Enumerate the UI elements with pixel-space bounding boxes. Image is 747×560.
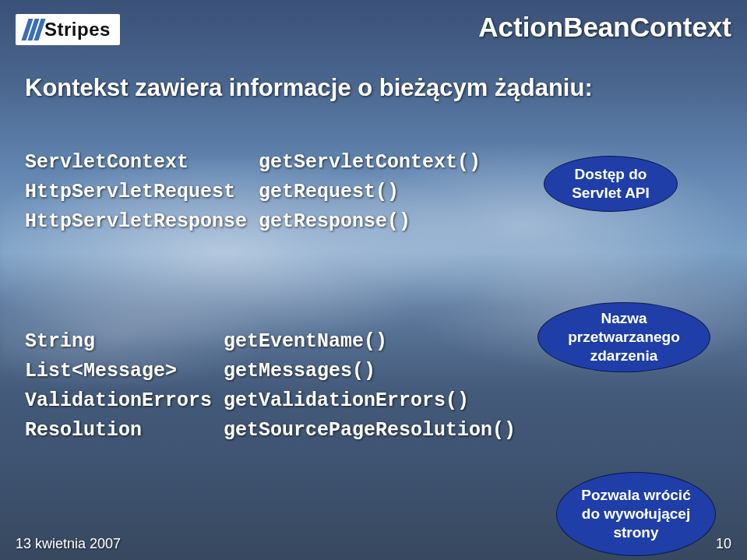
callout-servlet-api: Dostęp do Servlet API <box>544 156 678 212</box>
type-col: HttpServletResponse <box>25 210 247 233</box>
type-col: ServletContext <box>25 151 189 174</box>
callout-source-page: Pozwala wrócić do wywołującej strony <box>556 472 716 556</box>
method-col: getSourcePageResolution() <box>224 419 516 442</box>
code-block-servlet-api: ServletContext getServletContext() HttpS… <box>25 148 481 237</box>
footer-page-number: 10 <box>716 536 731 552</box>
code-block-other: String getEventName() List<Message> getM… <box>25 327 516 446</box>
callout-event-name: Nazwa przetwarzanego zdarzenia <box>537 302 710 372</box>
type-col: List<Message> <box>25 360 177 382</box>
callout-text: Nazwa przetwarzanego zdarzenia <box>557 309 691 365</box>
slide-subtitle: Kontekst zawiera informacje o bieżącym ż… <box>25 74 593 102</box>
callout-text: Dostęp do Servlet API <box>563 165 658 203</box>
code-row: HttpServletResponse getResponse() <box>25 207 481 237</box>
stripes-logo-icon <box>23 19 42 41</box>
slide-title: ActionBeanContext <box>478 12 731 43</box>
callout-text: Pozwala wrócić do wywołującej strony <box>576 486 696 541</box>
method-col: getResponse() <box>259 210 410 233</box>
code-row: String getEventName() <box>25 327 516 357</box>
method-col: getValidationErrors() <box>224 389 469 412</box>
method-col: getServletContext() <box>259 151 481 174</box>
method-col: getRequest() <box>259 181 399 203</box>
stripes-logo-text: Stripes <box>44 19 111 41</box>
code-row: Resolution getSourcePageResolution() <box>25 416 516 446</box>
type-col: Resolution <box>25 419 142 442</box>
code-row: HttpServletRequest getRequest() <box>25 178 481 207</box>
code-row: List<Message> getMessages() <box>25 357 516 386</box>
code-row: ValidationErrors getValidationErrors() <box>25 386 516 416</box>
code-row: ServletContext getServletContext() <box>25 148 481 178</box>
method-col: getEventName() <box>224 330 387 353</box>
type-col: ValidationErrors <box>25 389 212 412</box>
stripes-logo: Stripes <box>16 14 120 45</box>
type-col: HttpServletRequest <box>25 181 235 203</box>
type-col: String <box>25 330 95 353</box>
footer-date: 13 kwietnia 2007 <box>16 536 121 552</box>
method-col: getMessages() <box>224 360 375 382</box>
